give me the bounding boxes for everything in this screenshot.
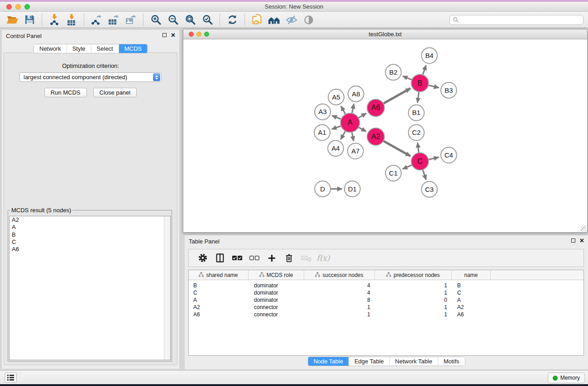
network-close-button[interactable] bbox=[189, 32, 194, 37]
tab-network-table[interactable]: Network Table bbox=[389, 357, 438, 366]
network-graph[interactable]: AA1A2A3A4A5A6A7A8BB1B2B3B4CC1C2C3C4DD1 bbox=[183, 40, 587, 232]
graph-node-A8[interactable]: A8 bbox=[348, 86, 364, 102]
close-window-button[interactable] bbox=[6, 4, 12, 10]
tab-style[interactable]: Style bbox=[67, 44, 91, 53]
graph-node-A[interactable]: A bbox=[340, 113, 359, 132]
column-header-predecessor-nodes[interactable]: predecessor nodes bbox=[375, 270, 452, 280]
hide-selected-icon[interactable] bbox=[284, 13, 299, 27]
export-image-icon[interactable] bbox=[124, 13, 138, 27]
graph-node-B2[interactable]: B2 bbox=[385, 64, 401, 80]
graph-edge-A-A3[interactable] bbox=[332, 115, 341, 119]
graph-edge-C-C3[interactable] bbox=[423, 170, 426, 180]
graph-node-A1[interactable]: A1 bbox=[314, 125, 330, 141]
graph-node-C4[interactable]: C4 bbox=[441, 147, 457, 163]
graph-node-A7[interactable]: A7 bbox=[348, 143, 363, 159]
graph-edge-B-B3[interactable] bbox=[429, 85, 439, 88]
graphics-details-icon[interactable] bbox=[301, 13, 316, 27]
open-file-icon[interactable] bbox=[5, 13, 19, 27]
window-resize-handle[interactable] bbox=[581, 226, 587, 232]
graph-node-B[interactable]: B bbox=[411, 75, 429, 92]
graph-edge-A-A5[interactable] bbox=[341, 106, 345, 114]
table-settings-icon[interactable] bbox=[194, 253, 211, 263]
import-table-icon[interactable] bbox=[64, 13, 79, 27]
graph-edge-C-C4[interactable] bbox=[429, 157, 439, 160]
network-canvas[interactable]: AA1A2A3A4A5A6A7A8BB1B2B3B4CC1C2C3C4DD1 bbox=[183, 40, 587, 232]
deselect-all-icon[interactable] bbox=[246, 255, 263, 261]
mcds-result-item[interactable]: B bbox=[10, 231, 170, 238]
column-header-successor-nodes[interactable]: successor nodes bbox=[304, 270, 375, 280]
column-header-mcds-role[interactable]: MCDS role bbox=[249, 270, 304, 280]
graph-node-D1[interactable]: D1 bbox=[344, 181, 360, 197]
graph-node-B4[interactable]: B4 bbox=[421, 48, 437, 63]
delete-column-icon[interactable] bbox=[280, 253, 297, 263]
graph-node-B1[interactable]: B1 bbox=[408, 105, 424, 121]
search-input[interactable] bbox=[461, 16, 580, 24]
graph-edge-B-B1[interactable] bbox=[417, 92, 419, 103]
table-row[interactable]: Bdominator41B bbox=[189, 282, 583, 289]
table-row[interactable]: Adominator80A bbox=[189, 296, 583, 304]
float-panel-icon[interactable] bbox=[163, 33, 167, 37]
graph-node-C3[interactable]: C3 bbox=[421, 181, 437, 197]
graph-node-A3[interactable]: A3 bbox=[315, 104, 330, 120]
graph-edge-A-A2[interactable] bbox=[359, 128, 367, 132]
save-session-icon[interactable] bbox=[22, 13, 37, 27]
table-row[interactable]: A2connector11A2 bbox=[189, 304, 583, 311]
graph-edge-A-A7[interactable] bbox=[352, 133, 354, 141]
refresh-layout-icon[interactable] bbox=[225, 13, 239, 27]
zoom-fit-icon[interactable] bbox=[183, 13, 197, 27]
memory-button[interactable]: Memory bbox=[548, 372, 585, 383]
graph-node-C2[interactable]: C2 bbox=[408, 125, 424, 141]
mcds-result-item[interactable]: A6 bbox=[10, 246, 170, 253]
tab-node-table[interactable]: Node Table bbox=[308, 357, 349, 366]
import-network-icon[interactable] bbox=[47, 13, 62, 27]
column-header-name[interactable]: name bbox=[452, 270, 491, 280]
new-network-from-selection-icon[interactable] bbox=[250, 13, 264, 27]
tab-select[interactable]: Select bbox=[91, 44, 119, 53]
first-neighbors-icon[interactable] bbox=[267, 13, 282, 27]
close-table-panel-icon[interactable]: × bbox=[580, 238, 584, 243]
tab-network[interactable]: Network bbox=[34, 44, 67, 53]
result-list-scrollbar[interactable] bbox=[164, 216, 170, 360]
export-network-icon[interactable] bbox=[89, 13, 104, 27]
graph-node-A4[interactable]: A4 bbox=[328, 140, 344, 156]
zoom-out-icon[interactable] bbox=[166, 13, 180, 27]
graph-edge-A2-C[interactable] bbox=[383, 141, 410, 156]
tab-motifs[interactable]: Motifs bbox=[438, 357, 465, 366]
graph-edge-C-C2[interactable] bbox=[417, 143, 419, 152]
add-column-icon[interactable] bbox=[263, 253, 280, 263]
show-columns-icon[interactable] bbox=[211, 253, 229, 263]
run-mcds-button[interactable]: Run MCDS bbox=[44, 88, 87, 97]
graph-edge-A-A6[interactable] bbox=[359, 113, 366, 118]
network-minimize-button[interactable] bbox=[196, 32, 201, 37]
graph-edge-A6-B[interactable] bbox=[383, 88, 410, 103]
task-history-button[interactable] bbox=[5, 372, 17, 383]
graph-node-A5[interactable]: A5 bbox=[328, 89, 344, 105]
mcds-result-item[interactable]: A bbox=[10, 224, 170, 231]
zoom-selected-icon[interactable] bbox=[200, 13, 215, 27]
mcds-result-list[interactable]: A2ABCA6 bbox=[9, 216, 171, 360]
graph-edge-B-B2[interactable] bbox=[403, 76, 412, 80]
graph-node-C1[interactable]: C1 bbox=[385, 165, 401, 181]
export-table-icon[interactable] bbox=[106, 13, 121, 27]
optimization-criterion-select[interactable]: largest connected component (directed) bbox=[19, 72, 162, 82]
tab-edge-table[interactable]: Edge Table bbox=[349, 357, 389, 366]
zoom-window-button[interactable] bbox=[24, 4, 30, 10]
graph-edge-C-C1[interactable] bbox=[402, 165, 411, 169]
search-box[interactable] bbox=[449, 15, 583, 25]
network-window-titlebar[interactable]: testGlobe.txt bbox=[183, 29, 587, 39]
network-zoom-button[interactable] bbox=[204, 32, 209, 37]
tab-mcds[interactable]: MCDS bbox=[119, 44, 147, 53]
zoom-in-icon[interactable] bbox=[148, 13, 163, 27]
graph-edge-A-A8[interactable] bbox=[352, 104, 354, 113]
float-table-panel-icon[interactable] bbox=[571, 238, 575, 243]
graph-node-A6[interactable]: A6 bbox=[367, 99, 384, 116]
close-panel-icon[interactable]: × bbox=[171, 33, 175, 38]
mcds-result-item[interactable]: A2 bbox=[10, 216, 170, 224]
graph-edge-A-A1[interactable] bbox=[332, 126, 341, 129]
table-row[interactable]: A6connector11A6 bbox=[189, 311, 583, 318]
mcds-result-item[interactable]: C bbox=[10, 238, 170, 246]
column-header-shared-name[interactable]: shared name bbox=[189, 270, 249, 280]
minimize-window-button[interactable] bbox=[15, 4, 21, 10]
graph-node-A2[interactable]: A2 bbox=[367, 128, 384, 145]
graph-node-B3[interactable]: B3 bbox=[441, 82, 457, 98]
